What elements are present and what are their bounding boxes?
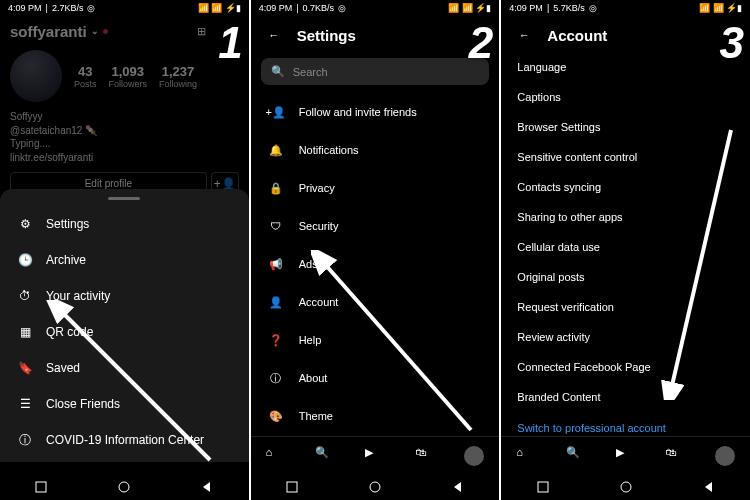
svg-point-8 — [621, 482, 631, 492]
stat-following[interactable]: 1,237Following — [159, 64, 197, 89]
account-branded-content[interactable]: Branded Content — [501, 382, 750, 412]
home-icon[interactable]: ⌂ — [266, 446, 286, 466]
account-browser-settings[interactable]: Browser Settings — [501, 112, 750, 142]
settings-ads[interactable]: 📢Ads — [251, 245, 500, 283]
home-icon[interactable]: ⌂ — [516, 446, 536, 466]
ig-bottom-nav: ⌂ 🔍 ▶ 🛍 — [501, 436, 750, 474]
bookmark-icon: 🔖 — [16, 359, 34, 377]
svg-rect-4 — [287, 482, 297, 492]
settings-theme[interactable]: 🎨Theme — [251, 397, 500, 435]
switch-professional-link[interactable]: Switch to professional account — [501, 412, 750, 436]
svg-rect-7 — [538, 482, 548, 492]
back-icon[interactable]: ← — [265, 26, 283, 44]
settings-follow-and-invite-friends[interactable]: +👤Follow and invite friends — [251, 93, 500, 131]
menu-close-friends[interactable]: ☰Close Friends — [0, 386, 249, 422]
settings-about[interactable]: ⓘAbout — [251, 359, 500, 397]
menu-settings[interactable]: ⚙Settings — [0, 206, 249, 242]
account-sharing-to-other-apps[interactable]: Sharing to other apps — [501, 202, 750, 232]
account-request-verification[interactable]: Request verification — [501, 292, 750, 322]
step-number: 3 — [720, 18, 744, 68]
panel-account: 4:09 PM|5.7KB/s◎ 📶 📶 ⚡▮ ← Account Langua… — [501, 0, 750, 500]
recents-button[interactable] — [34, 480, 48, 494]
shop-icon[interactable]: 🛍 — [665, 446, 685, 466]
status-bar: 4:09 PM|2.7KB/s◎ 📶 📶 ⚡▮ — [0, 0, 249, 16]
reels-icon[interactable]: ▶ — [616, 446, 636, 466]
account-contacts-syncing[interactable]: Contacts syncing — [501, 172, 750, 202]
status-bar: 4:09 PM|0.7KB/s◎ 📶 📶 ⚡▮ — [251, 0, 500, 16]
settings-notifications[interactable]: 🔔Notifications — [251, 131, 500, 169]
page-title: Settings — [297, 27, 356, 44]
search-icon[interactable]: 🔍 — [566, 446, 586, 466]
home-button[interactable] — [368, 480, 382, 494]
account-connected-facebook-page[interactable]: Connected Facebook Page — [501, 352, 750, 382]
profile-avatar[interactable] — [10, 50, 62, 102]
search-placeholder: Search — [293, 66, 328, 78]
back-button[interactable] — [200, 480, 214, 494]
back-button[interactable] — [451, 480, 465, 494]
home-button[interactable] — [117, 480, 131, 494]
page-title: Account — [547, 27, 607, 44]
status-icons: 📶 📶 ⚡▮ — [198, 3, 241, 13]
settings-security[interactable]: 🛡Security — [251, 207, 500, 245]
account-captions[interactable]: Captions — [501, 82, 750, 112]
activity-icon: ⏱ — [16, 287, 34, 305]
back-icon[interactable]: ← — [515, 26, 533, 44]
stat-posts[interactable]: 43Posts — [74, 64, 97, 89]
profile-tab-icon[interactable] — [715, 446, 735, 466]
person-icon: 👤 — [267, 293, 285, 311]
menu-saved[interactable]: 🔖Saved — [0, 350, 249, 386]
account-sensitive-content-control[interactable]: Sensitive content control — [501, 142, 750, 172]
bell-icon: 🔔 — [267, 141, 285, 159]
search-icon[interactable]: 🔍 — [315, 446, 335, 466]
settings-account[interactable]: 👤Account — [251, 283, 500, 321]
settings-privacy[interactable]: 🔒Privacy — [251, 169, 500, 207]
account-cellular-data-use[interactable]: Cellular data use — [501, 232, 750, 262]
ig-bottom-nav: ⌂ 🔍 ▶ 🛍 — [251, 436, 500, 474]
list-icon: ☰ — [16, 395, 34, 413]
status-time: 4:09 PM — [8, 3, 42, 13]
info-icon: ⓘ — [267, 369, 285, 387]
shield-icon: 🛡 — [267, 217, 285, 235]
shop-icon[interactable]: 🛍 — [415, 446, 435, 466]
megaphone-icon: 📢 — [267, 255, 285, 273]
svg-point-2 — [119, 482, 129, 492]
info-icon: ⓘ — [16, 431, 34, 449]
gear-icon: ⚙ — [16, 215, 34, 233]
menu-your-activity[interactable]: ⏱Your activity — [0, 278, 249, 314]
status-net: 2.7KB/s — [52, 3, 84, 13]
search-input[interactable]: 🔍 Search — [261, 58, 490, 85]
android-nav — [501, 474, 750, 500]
home-button[interactable] — [619, 480, 633, 494]
back-button[interactable] — [702, 480, 716, 494]
sheet-handle[interactable] — [108, 197, 140, 200]
clock-icon: 🕒 — [16, 251, 34, 269]
android-nav — [251, 474, 500, 500]
user-plus-icon: +👤 — [267, 103, 285, 121]
recents-button[interactable] — [285, 480, 299, 494]
account-review-activity[interactable]: Review activity — [501, 322, 750, 352]
new-post-icon[interactable]: ⊞ — [193, 22, 211, 40]
reels-icon[interactable]: ▶ — [365, 446, 385, 466]
android-nav — [0, 474, 249, 500]
profile-bio: Soffyyy @satetaichan12 🍡 Typing.... link… — [0, 110, 249, 164]
panel-settings: 4:09 PM|0.7KB/s◎ 📶 📶 ⚡▮ ← Settings 🔍 Sea… — [251, 0, 500, 500]
account-language[interactable]: Language — [501, 52, 750, 82]
stat-followers[interactable]: 1,093Followers — [109, 64, 148, 89]
search-icon: 🔍 — [271, 65, 285, 78]
qr-icon: ▦ — [16, 323, 34, 341]
step-number: 1 — [218, 18, 242, 68]
profile-menu-sheet: ⚙Settings🕒Archive⏱Your activity▦QR code🔖… — [0, 189, 249, 462]
svg-rect-1 — [36, 482, 46, 492]
account-original-posts[interactable]: Original posts — [501, 262, 750, 292]
profile-tab-icon[interactable] — [464, 446, 484, 466]
menu-archive[interactable]: 🕒Archive — [0, 242, 249, 278]
palette-icon: 🎨 — [267, 407, 285, 425]
recents-button[interactable] — [536, 480, 550, 494]
menu-qr-code[interactable]: ▦QR code — [0, 314, 249, 350]
menu-covid-19-information-center[interactable]: ⓘCOVID-19 Information Center — [0, 422, 249, 458]
panel-profile: 4:09 PM|2.7KB/s◎ 📶 📶 ⚡▮ soffyaranti⌄ ⊞ ≡… — [0, 0, 249, 500]
settings-help[interactable]: ❓Help — [251, 321, 500, 359]
step-number: 2 — [469, 18, 493, 68]
lock-icon: 🔒 — [267, 179, 285, 197]
username-dropdown[interactable]: soffyaranti⌄ — [10, 23, 108, 40]
